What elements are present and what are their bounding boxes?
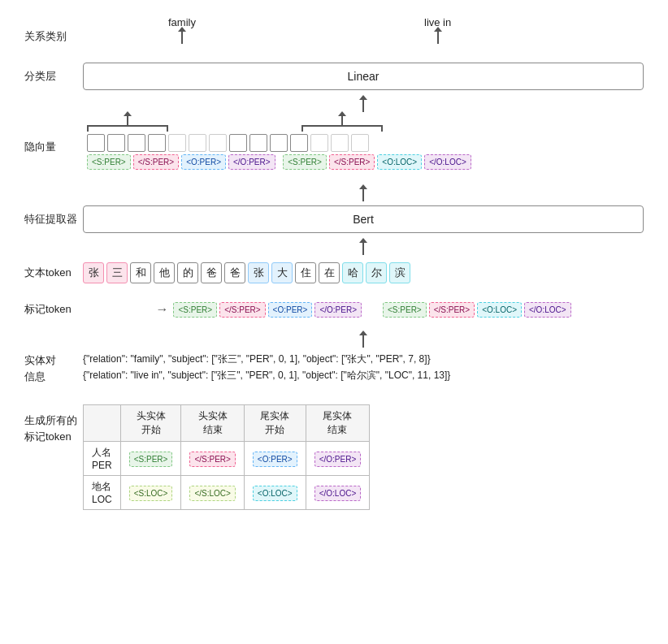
tbl-oper: <O:PER> [253,452,297,467]
hv-box-r1 [310,134,328,152]
hv-box-sp2 [189,134,206,152]
text-token-label: 文本token [24,266,83,280]
hv-box-8 [290,134,308,152]
linear-box: Linear [83,63,644,90]
tbl-sper: <S:PER> [129,452,173,467]
relation-class-content: family live in [83,16,644,57]
hv-label-eoper: </O:PER> [228,154,275,170]
bracket-group-family [87,115,168,132]
entity-info-row: 实体对 信息 {"relation": "family", "subject":… [24,351,644,387]
token-zhang: 张 [83,262,104,283]
tbl-eoloc: </O:LOC> [314,486,362,501]
relation-class-row: 关系类别 family live in [24,16,644,57]
hv-box-sp1 [168,134,186,152]
hidden-vector-label: 隐向量 [24,115,83,154]
th-head-start: 头实体开始 [120,405,181,442]
hv-label-sper: <S:PER> [87,154,131,170]
entity-info-text: {"relation": "family", "subject": ["张三",… [83,351,450,384]
relation-class-label: 关系类别 [24,29,83,44]
mt-eoloc-2: </O:LOC> [524,302,571,318]
mark-token-row: 标记token → <S:PER> </S:PER> <O:PER> </O:P… [24,292,644,326]
family-arrow [181,31,183,44]
center-arrow-4 [83,335,644,348]
up-arrow-2 [362,188,364,201]
hv-label-esper: </S:PER> [133,154,179,170]
entity-info-label: 实体对 信息 [24,351,83,384]
hv-box-5 [229,134,247,152]
token-ba1: 爸 [201,262,222,283]
th-tail-start: 尾实体开始 [244,405,306,442]
token-ba2: 爸 [224,262,245,283]
center-arrow-2 [83,188,644,201]
token-zhu: 住 [295,262,316,283]
up-arrow-1 [362,99,364,112]
token-san: 三 [106,262,128,283]
classification-layer-label: 分类层 [24,69,83,84]
bracket-line-family [87,125,168,132]
up-arrow-4 [362,335,364,348]
row-label-loc: 地名LOC [84,476,121,510]
token-er: 尔 [366,262,387,283]
hv-box-2 [107,134,125,152]
row-label-per: 人名PER [84,442,121,476]
hv-labels-row: <S:PER> </S:PER> <O:PER> </O:PER> <S:PER… [83,154,471,170]
generate-tokens-label: 生成所有的 标记token [24,404,83,444]
bracket-arrow-livein [341,115,343,125]
hv-label-eoloc: </O:LOC> [424,154,471,170]
up-arrow-3 [362,242,364,255]
classification-layer-row: 分类层 Linear [24,62,644,91]
mark-token-label: 标记token [24,302,83,317]
live-in-arrow [437,31,439,44]
classification-layer-content: Linear [83,63,644,90]
hv-boxes-row [83,134,369,152]
arrow-hv-bert [24,185,644,205]
token-he: 和 [130,262,151,283]
mt-eoper-1: </O:PER> [314,302,362,318]
token-zai: 在 [319,262,340,283]
table-row-per: 人名PER <S:PER> </S:PER> <O:PER> </O:PER> [84,442,370,476]
arrow-linear-hidden [24,96,644,115]
mark-token-content: → <S:PER> </S:PER> <O:PER> </O:PER> <S:P… [83,302,644,318]
token-ha: 哈 [342,262,363,283]
hv-label-oloc: <O:LOC> [377,154,422,170]
text-token-row: 文本token 张 三 和 他 的 爸 爸 张 大 住 在 哈 尔 滨 [24,258,644,287]
token-zhang2: 张 [248,262,269,283]
entity-info-2: {"relation": "live in", "subject": ["张三"… [83,367,450,383]
entity-info-1: {"relation": "family", "subject": ["张三",… [83,351,450,367]
table-row-loc: 地名LOC <S:LOC> </S:LOC> <O:LOC> </O:LOC> [84,476,370,510]
text-tokens: 张 三 和 他 的 爸 爸 张 大 住 在 哈 尔 滨 [83,262,410,283]
token-generation-table: 头实体开始 头实体结束 尾实体开始 尾实体结束 人名PER <S:PER> </… [83,404,370,510]
bracket-line-livein [301,125,383,132]
hv-label-oper: <O:PER> [181,154,226,170]
tbl-sloc: <S:LOC> [129,486,173,501]
mt-esper-1: </S:PER> [219,302,265,318]
th-tail-end: 尾实体结束 [306,405,370,442]
arrow-right-icon: → [155,302,168,317]
generate-tokens-content: 头实体开始 头实体结束 尾实体开始 尾实体结束 人名PER <S:PER> </… [83,404,644,510]
th-empty [84,405,121,442]
bracket-arrow-family [127,115,128,125]
hidden-vector-row: 隐向量 [24,115,644,180]
mt-sper-2: <S:PER> [383,302,427,318]
tbl-oloc: <O:LOC> [253,486,297,501]
feature-extractor-label: 特征提取器 [24,212,83,227]
token-de: 的 [177,262,198,283]
mt-sper-1: <S:PER> [173,302,217,318]
arrow-entity-mark [24,331,644,351]
token-ta: 他 [154,262,175,283]
hv-box-6 [249,134,267,152]
mt-oper-1: <O:PER> [268,302,313,318]
hv-box-3 [128,134,145,152]
hv-box-r3 [351,134,369,152]
hv-box-r2 [331,134,349,152]
entity-info-content: {"relation": "family", "subject": ["张三",… [83,351,644,384]
text-token-content: 张 三 和 他 的 爸 爸 张 大 住 在 哈 尔 滨 [83,262,644,283]
hv-label-sper2: <S:PER> [283,154,327,170]
mt-oloc-2: <O:LOC> [477,302,522,318]
mt-esper-2: </S:PER> [429,302,475,318]
hv-box-7 [270,134,288,152]
tbl-esper: </S:PER> [189,452,235,467]
arrow-bert-tokens [24,239,644,258]
bracket-group-livein [301,115,383,132]
main-diagram: 关系类别 family live in 分类层 Linear 隐向量 [24,16,644,515]
